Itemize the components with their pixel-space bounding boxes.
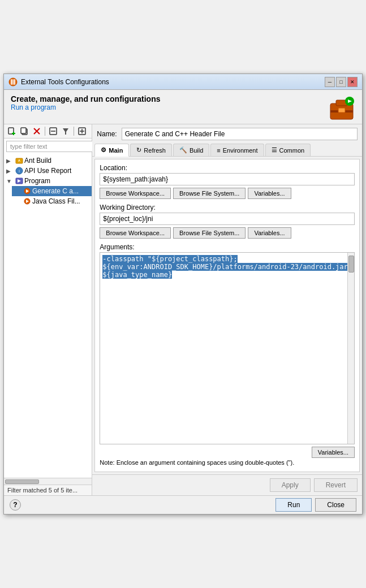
form-panel: Location: Browse Workspace... Browse Fil… (94, 159, 360, 472)
close-button[interactable]: Close (315, 498, 356, 512)
run-button[interactable]: Run (275, 498, 312, 512)
working-dir-browse-workspace-button[interactable]: Browse Workspace... (100, 227, 171, 239)
working-dir-label: Working Directory: (100, 204, 355, 211)
tab-environment[interactable]: ≡ Environment (210, 144, 264, 156)
tree-label-java-class-file: Java Class Fil... (32, 197, 80, 205)
left-panel: ▶ A Ant Build ▶ i API Use Report ▼ Progr… (4, 124, 92, 495)
toolbox-icon (328, 94, 355, 122)
tree-label-program: Program (24, 177, 50, 185)
title-bar: External Tools Configurations ─ □ ✕ (4, 74, 362, 90)
close-window-button[interactable]: ✕ (347, 77, 358, 87)
refresh-tab-icon: ↻ (136, 146, 141, 154)
arguments-variables-button[interactable]: Variables... (312, 447, 355, 458)
filter-input[interactable] (6, 141, 94, 152)
title-bar-buttons: ─ □ ✕ (325, 77, 358, 87)
left-toolbar (4, 124, 92, 139)
svg-rect-1 (11, 79, 12, 85)
working-dir-browse-filesystem-button[interactable]: Browse File System... (173, 227, 246, 239)
maximize-button[interactable]: □ (336, 77, 346, 87)
arguments-textarea-wrapper: -classpath "${project_classpath}; ${env_… (100, 252, 355, 444)
collapse-all-button[interactable] (48, 126, 59, 137)
tab-build[interactable]: 🔨 Build (173, 144, 209, 156)
toolbar-separator-2 (74, 127, 74, 136)
refresh-tab-label: Refresh (144, 147, 166, 154)
tree-item-generate-c[interactable]: Generate C a... (12, 186, 92, 196)
tree-item-api-use-report[interactable]: ▶ i API Use Report (4, 166, 92, 176)
name-row: Name: (92, 124, 362, 144)
tabs-row: ⚙ Main ↻ Refresh 🔨 Build ≡ Environment ☰ (92, 144, 362, 157)
bottom-bar: Apply Revert (92, 474, 362, 495)
new-config-button[interactable] (6, 126, 18, 137)
config-tree: ▶ A Ant Build ▶ i API Use Report ▼ Progr… (4, 154, 92, 478)
program-icon (15, 177, 23, 185)
filter-status: Filter matched 5 of 5 ite... (4, 485, 92, 495)
working-dir-input-row (100, 213, 355, 225)
build-tab-icon: 🔨 (179, 146, 187, 154)
svg-rect-3 (14, 79, 15, 85)
filter-type-button[interactable] (60, 126, 71, 137)
location-variables-button[interactable]: Variables... (248, 188, 291, 199)
main-tab-label: Main (109, 147, 123, 154)
window-title: External Tools Configurations (21, 78, 109, 86)
tree-item-ant-build[interactable]: ▶ A Ant Build (4, 155, 92, 166)
env-tab-icon: ≡ (217, 147, 220, 154)
location-section: Location: Browse Workspace... Browse Fil… (100, 164, 355, 199)
header-icon (328, 94, 355, 122)
apply-button[interactable]: Apply (270, 478, 311, 492)
svg-rect-2 (12, 79, 14, 85)
tree-label-generate-c: Generate C a... (32, 187, 79, 195)
common-tab-icon: ☰ (272, 146, 277, 154)
tab-refresh[interactable]: ↻ Refresh (130, 144, 172, 156)
svg-rect-7 (338, 108, 345, 113)
content-area: ▶ A Ant Build ▶ i API Use Report ▼ Progr… (4, 124, 362, 495)
svg-rect-14 (21, 128, 26, 133)
location-browse-filesystem-button[interactable]: Browse File System... (173, 188, 246, 199)
footer-actions: Run Close (275, 498, 356, 512)
arguments-vars-row: Variables... (100, 447, 355, 458)
expand-icon-ant: ▶ (6, 158, 14, 164)
delete-config-button[interactable] (31, 126, 42, 137)
arguments-display[interactable]: -classpath "${project_classpath}; ${env_… (100, 252, 355, 444)
generate-c-icon (23, 187, 31, 195)
location-label: Location: (100, 164, 355, 172)
working-dir-btn-group: Browse Workspace... Browse File System..… (100, 227, 355, 239)
common-tab-label: Common (279, 147, 305, 154)
working-dir-variables-button[interactable]: Variables... (248, 227, 291, 239)
tab-common[interactable]: ☰ Common (265, 144, 311, 156)
horizontal-scrollbar[interactable] (4, 478, 92, 485)
ant-icon: A (15, 157, 23, 165)
working-dir-input[interactable] (100, 213, 355, 225)
tree-label-ant-build: Ant Build (24, 157, 51, 165)
horizontal-scroll-thumb[interactable] (5, 479, 39, 484)
tree-item-program[interactable]: ▼ Program (4, 176, 92, 186)
arguments-section: Arguments: -classpath "${project_classpa… (100, 243, 355, 467)
run-program-link[interactable]: Run a program (11, 103, 56, 111)
tree-item-java-class-file[interactable]: Java Class Fil... (12, 196, 92, 206)
name-label: Name: (97, 130, 117, 138)
svg-marker-19 (63, 128, 68, 135)
minimize-button[interactable]: ─ (325, 77, 335, 87)
location-browse-workspace-button[interactable]: Browse Workspace... (100, 188, 171, 199)
working-dir-section: Working Directory: Browse Workspace... B… (100, 204, 355, 239)
footer-bar: ? Run Close (4, 495, 362, 514)
revert-button[interactable]: Revert (314, 478, 358, 492)
header-text: Create, manage, and run configurations R… (11, 94, 161, 111)
tab-main[interactable]: ⚙ Main (94, 144, 129, 157)
arguments-vertical-scrollbar[interactable] (347, 253, 354, 444)
expand-icon-api: ▶ (6, 168, 14, 174)
location-input-row (100, 173, 355, 185)
window-icon (8, 77, 18, 87)
duplicate-config-button[interactable] (19, 126, 30, 137)
main-window: External Tools Configurations ─ □ ✕ Crea… (3, 74, 363, 514)
env-tab-label: Environment (223, 147, 258, 154)
arguments-note: Note: Enclose an argument containing spa… (100, 458, 355, 467)
name-input[interactable] (122, 128, 358, 140)
right-panel: Name: ⚙ Main ↻ Refresh 🔨 Build ≡ (92, 124, 362, 495)
location-input[interactable] (100, 173, 355, 185)
java-icon (23, 197, 31, 205)
svg-text:A: A (18, 159, 21, 162)
arguments-highlighted-text: -classpath "${project_classpath}; ${env_… (102, 255, 352, 279)
tree-label-api-use-report: API Use Report (24, 167, 71, 175)
help-button[interactable]: ? (10, 499, 21, 511)
expand-all-button[interactable] (76, 126, 88, 137)
